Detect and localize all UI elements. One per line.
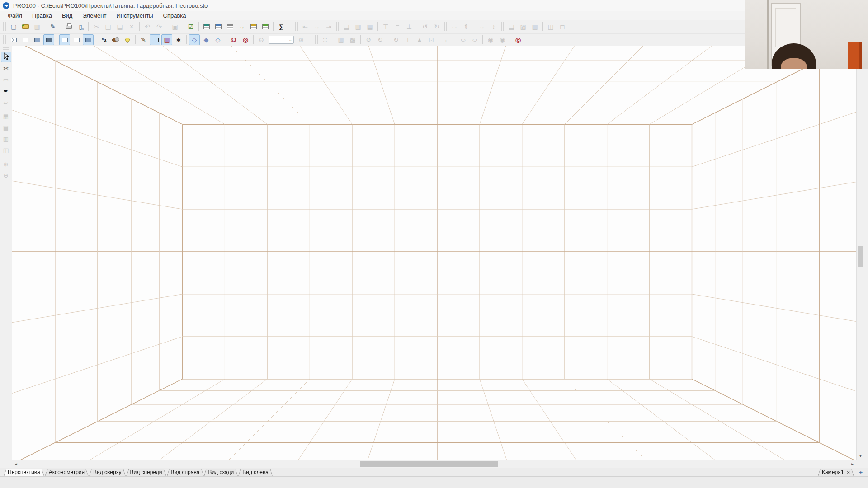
webcam-overlay (745, 0, 868, 69)
view-wireframe-button[interactable] (8, 34, 19, 45)
menu-файл[interactable]: Файл (3, 12, 27, 19)
zoom-out-button: ⊖ (256, 34, 267, 45)
show-dimensions-button[interactable] (150, 34, 160, 45)
tab-label: Перспектива (8, 469, 40, 475)
tab-camera1[interactable]: Камера1× (818, 468, 854, 476)
show-solid-button[interactable] (83, 34, 94, 45)
tab-вид-справа[interactable]: Вид справа (167, 468, 204, 476)
snap-axes-button[interactable]: ◇ (212, 34, 223, 45)
stats-tool-icon: ▦ (3, 113, 9, 120)
magnet-button[interactable]: Ω (228, 34, 239, 45)
horizontal-scrollbar[interactable]: ◄ ► (12, 460, 856, 468)
menu-правка[interactable]: Правка (27, 12, 57, 19)
tab-вид-слева[interactable]: Вид слева (238, 468, 273, 476)
report-elements-button[interactable] (201, 21, 212, 32)
light-button[interactable] (122, 34, 133, 45)
toolbar-separator (273, 22, 274, 31)
order-middle-icon: ▨ (520, 23, 526, 30)
tab-вид-сзади[interactable]: Вид сзади (204, 468, 238, 476)
notes-icon: ✎ (141, 37, 146, 43)
menu-элемент[interactable]: Элемент (77, 12, 111, 19)
rotation-center-button[interactable]: ◎ (240, 34, 251, 45)
zoom-in-tool-icon: ⊕ (4, 161, 9, 168)
toolbar-separator (417, 22, 417, 31)
scroll-left-icon[interactable]: ◄ (12, 460, 20, 468)
open-folder-button[interactable] (20, 21, 31, 32)
accessories-report-button[interactable] (260, 21, 271, 32)
tab-аксонометрия[interactable]: Аксонометрия (45, 468, 89, 476)
rotate-cw-button: ↻ (431, 21, 442, 32)
tab-вид-спереди[interactable]: Вид спереди (126, 468, 166, 476)
size-vertical-button: ↕ (488, 21, 499, 32)
camera-target-button[interactable]: ◎ (513, 34, 524, 45)
page-setup-button[interactable]: ✎ (47, 21, 58, 32)
print-preview-button[interactable]: ▯ (75, 21, 86, 32)
vertical-scrollbar[interactable]: ▲ ▼ (856, 46, 864, 460)
view-sketch-button[interactable] (20, 34, 31, 45)
zoom-level-combo[interactable]: ⌄ (269, 36, 294, 44)
tab-вид-сверху[interactable]: Вид сверху (89, 468, 126, 476)
fit-view-button: ⊡ (426, 34, 437, 45)
toolbar-separator (439, 35, 439, 44)
tab-label: Вид спереди (130, 469, 162, 475)
materials-button[interactable] (110, 34, 121, 45)
box-tool-icon: ◫ (3, 147, 9, 154)
add-view-button[interactable]: + (857, 469, 864, 476)
menu-инструменты[interactable]: Инструменты (111, 12, 158, 19)
dimension-report-button[interactable]: ↔ (236, 21, 247, 32)
order-back-icon: ▥ (532, 23, 538, 30)
edit-top-view-icon: ▦ (338, 37, 344, 43)
toolbar-grip (501, 22, 504, 31)
tab-label: Вид слева (242, 469, 269, 475)
delete-icon: × (130, 23, 133, 30)
ellipse-vertical-button: ○ (469, 34, 480, 45)
toolbar-separator (226, 35, 226, 44)
report-cutting-button[interactable] (225, 21, 236, 32)
visibility-far-button: ◉ (497, 34, 508, 45)
print-button[interactable] (63, 21, 74, 32)
toolbar-separator (455, 35, 455, 44)
show-edges-button[interactable] (71, 34, 82, 45)
sum-report-button[interactable]: ∑ (276, 21, 287, 32)
close-icon[interactable]: × (847, 469, 850, 475)
measure-tool-button: ▭ (1, 74, 11, 85)
tab-label: Камера1 (822, 469, 844, 475)
pro100-window: ➜ PRO100 - C:\Ecru\PRO100\Проекты\Татьян… (0, 0, 868, 488)
show-front-faces-button[interactable] (59, 34, 70, 45)
shape-tool-button: ▱ (1, 97, 11, 108)
report-preview-button[interactable] (213, 21, 224, 32)
title-bar: ➜ PRO100 - C:\Ecru\PRO100\Проекты\Татьян… (0, 0, 868, 11)
align-bottom-icon: ⊥ (406, 23, 412, 30)
select-tool-button[interactable] (1, 52, 11, 62)
show-grid-button[interactable]: ▦ (161, 34, 172, 45)
view-textures-button[interactable] (43, 34, 54, 45)
ellipse-vertical-icon: ○ (472, 37, 477, 43)
menu-справка[interactable]: Справка (158, 12, 191, 19)
horizontal-scroll-thumb[interactable] (360, 461, 498, 467)
materials-icon (112, 37, 119, 42)
show-cursor-3d-button[interactable]: ∗ (173, 34, 184, 45)
scroll-right-icon[interactable]: ► (849, 460, 856, 468)
snap-edge-button[interactable]: ◆ (201, 34, 212, 45)
snap-corner-button[interactable]: ◇ (189, 34, 200, 45)
scroll-down-icon[interactable]: ▼ (857, 452, 864, 460)
notes-button[interactable]: ✎ (138, 34, 149, 45)
chevron-down-icon[interactable]: ⌄ (287, 36, 293, 43)
menu-вид[interactable]: Вид (57, 12, 78, 19)
pen-tool-button[interactable]: ✒ (1, 85, 11, 96)
properties-list-button[interactable]: ☑ (185, 21, 196, 32)
tab-перспектива[interactable]: Перспектива (4, 468, 44, 476)
view-colors-button[interactable] (32, 34, 42, 45)
saw-tool-button[interactable]: ✄ (1, 63, 11, 74)
show-labels-button[interactable]: ªa (99, 34, 109, 45)
vertical-scroll-thumb[interactable] (858, 246, 863, 267)
price-report-button[interactable] (248, 21, 259, 32)
tab-label: Вид сзади (208, 469, 234, 475)
align-top-icon: ⊤ (383, 23, 388, 30)
app-logo-icon: ➜ (3, 2, 9, 9)
rotate-view-ccw-icon: ↺ (366, 37, 371, 43)
viewport-3d[interactable] (12, 46, 856, 460)
new-document-button[interactable]: ▢ (8, 21, 19, 32)
snap-edge-icon: ◆ (204, 37, 209, 43)
toolbar-grip (3, 35, 6, 44)
